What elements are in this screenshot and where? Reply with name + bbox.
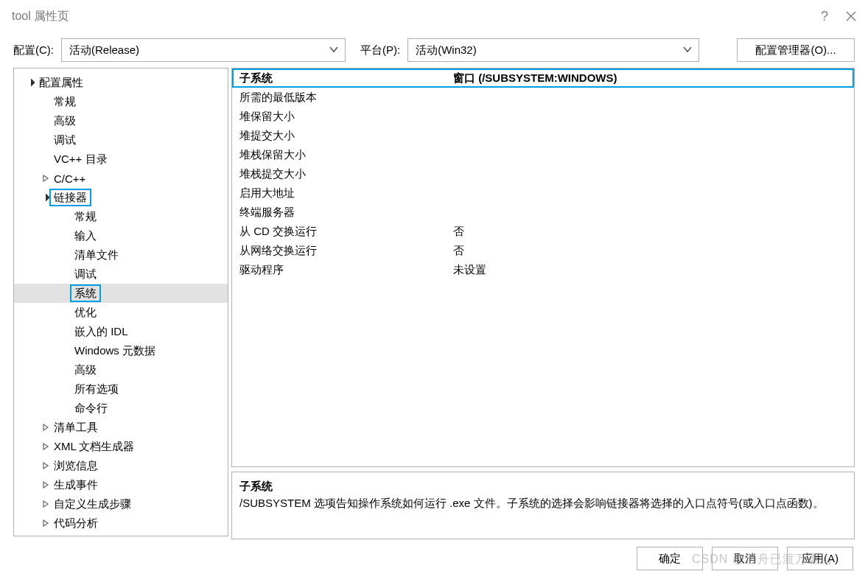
ok-button[interactable]: 确定 xyxy=(637,547,703,570)
tree-item-label: Windows 元数据 xyxy=(74,344,155,358)
tree-item-label: 高级 xyxy=(74,363,97,377)
tree-item[interactable]: 清单文件 xyxy=(14,245,228,265)
property-value[interactable]: 未设置 xyxy=(450,263,854,277)
property-name: 堆提交大小 xyxy=(232,129,450,143)
property-row[interactable]: 堆栈提交大小 xyxy=(232,164,854,183)
tree-item[interactable]: 代码分析 xyxy=(14,514,228,533)
property-row[interactable]: 所需的最低版本 xyxy=(232,88,854,107)
property-row[interactable]: 堆提交大小 xyxy=(232,126,854,145)
tree-item[interactable]: 命令行 xyxy=(14,399,228,418)
config-combo[interactable]: 活动(Release) xyxy=(61,38,346,62)
chevron-down-icon xyxy=(329,44,339,57)
property-row[interactable]: 终端服务器 xyxy=(232,203,854,222)
tree-item[interactable]: 优化 xyxy=(14,303,228,322)
tree-item[interactable]: 浏览信息 xyxy=(14,456,228,475)
tree-item[interactable]: 生成事件 xyxy=(14,475,228,494)
tree-item-label: 输入 xyxy=(74,229,97,243)
tree-item-label: 系统 xyxy=(74,287,97,301)
property-name: 启用大地址 xyxy=(232,186,450,200)
tree-item[interactable]: XML 文档生成器 xyxy=(14,437,228,456)
tree-item[interactable]: 常规 xyxy=(14,207,228,226)
tree-item[interactable]: 调试 xyxy=(14,130,228,150)
tree-item[interactable]: VC++ 目录 xyxy=(14,150,228,169)
property-value[interactable]: 否 xyxy=(450,225,854,239)
tree-item-label: 常规 xyxy=(54,95,76,109)
tree-item-label: 链接器 xyxy=(54,191,87,205)
tree-item-label: 清单文件 xyxy=(74,248,119,262)
tree-panel[interactable]: 配置属性常规高级调试VC++ 目录C/C++链接器常规输入清单文件调试系统优化嵌… xyxy=(13,68,228,536)
expand-icon[interactable] xyxy=(41,175,51,182)
expand-icon[interactable] xyxy=(41,500,51,508)
tree-item-label: C/C++ xyxy=(54,172,85,185)
property-value[interactable]: 否 xyxy=(450,244,854,258)
tree-item-label: 嵌入的 IDL xyxy=(74,325,128,339)
chevron-down-icon xyxy=(682,44,693,57)
tree-item-label: 生成事件 xyxy=(54,478,98,492)
expand-icon[interactable] xyxy=(41,424,51,431)
property-grid[interactable]: 子系统窗口 (/SUBSYSTEM:WINDOWS)所需的最低版本堆保留大小堆提… xyxy=(231,68,855,467)
tree-item-label: XML 文档生成器 xyxy=(54,440,134,454)
expand-icon[interactable] xyxy=(41,462,51,469)
tree-item[interactable]: 自定义生成步骤 xyxy=(14,494,228,514)
platform-combo[interactable]: 活动(Win32) xyxy=(407,38,699,62)
tree-item-label: 高级 xyxy=(54,114,76,128)
help-icon[interactable]: ? xyxy=(821,9,828,24)
description-box: 子系统 /SUBSYSTEM 选项告知操作系统如何运行 .exe 文件。子系统的… xyxy=(231,472,855,539)
property-row[interactable]: 堆栈保留大小 xyxy=(232,145,854,164)
property-name: 从 CD 交换运行 xyxy=(232,225,450,239)
tree-item-label: 浏览信息 xyxy=(54,459,98,473)
property-name: 驱动程序 xyxy=(232,263,450,277)
tree-item-label: 代码分析 xyxy=(54,517,98,531)
tree-item[interactable]: 所有选项 xyxy=(14,379,228,399)
tree-item[interactable]: 输入 xyxy=(14,226,228,245)
property-row[interactable]: 子系统窗口 (/SUBSYSTEM:WINDOWS) xyxy=(232,69,854,88)
description-title: 子系统 xyxy=(239,478,847,495)
tree-item-label: 命令行 xyxy=(74,402,108,416)
cancel-button[interactable]: 取消 xyxy=(712,547,778,570)
tree-item[interactable]: 链接器 xyxy=(14,188,228,207)
tree-item-label: 清单工具 xyxy=(54,421,98,435)
property-name: 堆栈保留大小 xyxy=(232,148,450,162)
tree-item[interactable]: 调试 xyxy=(14,265,228,284)
close-icon[interactable] xyxy=(846,11,856,21)
property-row[interactable]: 堆保留大小 xyxy=(232,107,854,126)
tree-item[interactable]: 高级 xyxy=(14,360,228,379)
property-row[interactable]: 从 CD 交换运行否 xyxy=(232,222,854,241)
tree-item[interactable]: 常规 xyxy=(14,92,228,111)
tree-item[interactable]: 清单工具 xyxy=(14,418,228,437)
description-body: /SUBSYSTEM 选项告知操作系统如何运行 .exe 文件。子系统的选择会影… xyxy=(239,495,847,512)
property-row[interactable]: 从网络交换运行否 xyxy=(232,241,854,260)
property-name: 终端服务器 xyxy=(232,206,450,220)
platform-label: 平台(P): xyxy=(360,43,400,57)
property-name: 所需的最低版本 xyxy=(232,91,450,105)
apply-button[interactable]: 应用(A) xyxy=(787,547,853,570)
tree-item[interactable]: 系统 xyxy=(14,284,228,303)
tree-item-label: 调试 xyxy=(54,133,76,147)
config-manager-button[interactable]: 配置管理器(O)... xyxy=(737,38,855,62)
toolbar: 配置(C): 活动(Release) 平台(P): 活动(Win32) 配置管理… xyxy=(0,32,868,68)
tree-item[interactable]: 嵌入的 IDL xyxy=(14,322,228,341)
tree-item[interactable]: 高级 xyxy=(14,111,228,130)
tree-item-label: 常规 xyxy=(74,210,97,224)
titlebar: tool 属性页 ? xyxy=(0,0,868,32)
platform-value: 活动(Win32) xyxy=(416,43,477,57)
tree-item-label: 优化 xyxy=(74,306,97,320)
expand-icon[interactable] xyxy=(41,443,51,450)
property-row[interactable]: 启用大地址 xyxy=(232,183,854,203)
property-row[interactable]: 驱动程序未设置 xyxy=(232,260,854,279)
property-name: 从网络交换运行 xyxy=(232,244,450,258)
property-value[interactable]: 窗口 (/SUBSYSTEM:WINDOWS) xyxy=(450,71,854,85)
tree-item[interactable]: C/C++ xyxy=(14,169,228,188)
expand-icon[interactable] xyxy=(41,519,51,527)
tree-item-label: 调试 xyxy=(74,267,97,281)
expand-icon[interactable] xyxy=(41,481,51,489)
tree-item[interactable]: 配置属性 xyxy=(14,73,228,92)
config-label: 配置(C): xyxy=(13,43,54,57)
expand-icon[interactable] xyxy=(26,79,36,86)
tree-item-label: 配置属性 xyxy=(39,76,83,90)
tree-item-label: 自定义生成步骤 xyxy=(54,497,131,511)
property-name: 堆保留大小 xyxy=(232,110,450,124)
tree-item[interactable]: Windows 元数据 xyxy=(14,341,228,360)
property-name: 堆栈提交大小 xyxy=(232,167,450,181)
tree-item-label: 所有选项 xyxy=(74,382,119,396)
